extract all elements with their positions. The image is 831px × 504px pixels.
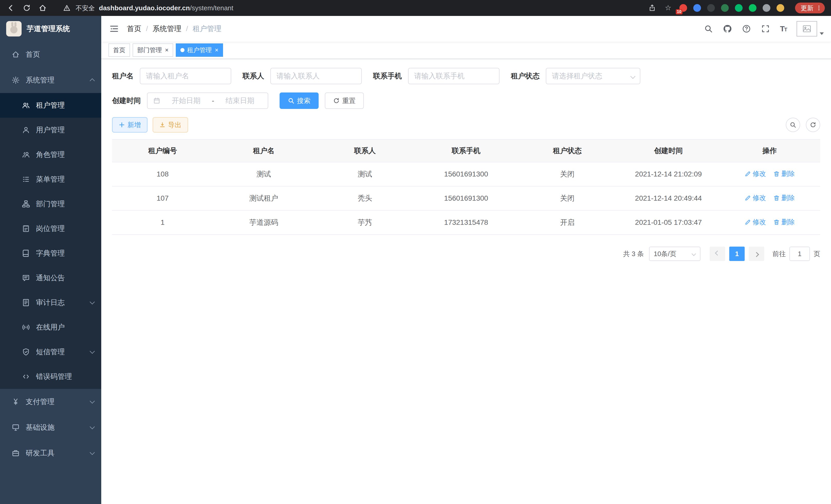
sidebar-item-notice[interactable]: 通知公告 bbox=[0, 266, 101, 290]
reset-button[interactable]: 重置 bbox=[325, 92, 364, 109]
tab-首页[interactable]: 首页 bbox=[109, 43, 130, 57]
sidebar: 芋道管理系统 首页系统管理租户管理用户管理角色管理菜单管理部门管理岗位管理字典管… bbox=[0, 16, 101, 504]
delete-action-label: 删除 bbox=[781, 169, 795, 178]
chevron-down-icon bbox=[692, 252, 696, 256]
close-icon[interactable]: × bbox=[215, 47, 219, 53]
edit-action[interactable]: 修改 bbox=[744, 217, 766, 227]
goto-page-input[interactable] bbox=[790, 246, 810, 261]
github-icon[interactable] bbox=[723, 24, 732, 33]
page-size-select[interactable]: 10条/页 bbox=[649, 246, 700, 261]
sidebar-item-label: 首页 bbox=[26, 50, 40, 59]
column-header: 创建时间 bbox=[618, 140, 719, 162]
search-button[interactable]: 搜索 bbox=[280, 92, 319, 109]
sidebar-item-audit-log[interactable]: 审计日志 bbox=[0, 290, 101, 315]
column-header: 联系手机 bbox=[416, 140, 517, 162]
extension-dark-icon[interactable] bbox=[707, 4, 715, 12]
page-number-1[interactable]: 1 bbox=[729, 246, 745, 261]
cell-phone: 17321315478 bbox=[416, 210, 517, 235]
sidebar-item-menu[interactable]: 菜单管理 bbox=[0, 167, 101, 191]
browser-home-icon[interactable] bbox=[38, 3, 47, 12]
extension-puzzle-icon[interactable] bbox=[763, 4, 770, 12]
phone-input[interactable] bbox=[414, 72, 493, 80]
active-tab-dot bbox=[180, 48, 184, 52]
reload-icon[interactable] bbox=[22, 3, 31, 12]
logo-image bbox=[6, 21, 22, 36]
sidebar-item-error-code[interactable]: 错误码管理 bbox=[0, 364, 101, 389]
add-button[interactable]: 新增 bbox=[112, 117, 147, 132]
sidebar-item-dict[interactable]: 字典管理 bbox=[0, 241, 101, 266]
status-select[interactable] bbox=[546, 68, 640, 84]
sidebar-item-sms[interactable]: 短信管理 bbox=[0, 339, 101, 364]
breadcrumb-item-1[interactable]: 首页 bbox=[127, 24, 141, 34]
date-range-picker[interactable]: 开始日期 - 结束日期 bbox=[147, 92, 268, 109]
refresh-table-button[interactable] bbox=[806, 118, 820, 132]
sidebar-item-label: 短信管理 bbox=[36, 347, 65, 357]
close-icon[interactable]: × bbox=[165, 47, 169, 53]
chevron-down-icon bbox=[90, 450, 95, 455]
update-button[interactable]: 更新 bbox=[795, 3, 825, 13]
column-header: 联系人 bbox=[314, 140, 416, 162]
sidebar-item-tenant[interactable]: 租户管理 bbox=[0, 93, 101, 118]
edit-action-label: 修改 bbox=[753, 169, 766, 178]
sidebar-item-user[interactable]: 用户管理 bbox=[0, 118, 101, 142]
share-icon[interactable] bbox=[648, 3, 657, 12]
sidebar-item-role[interactable]: 角色管理 bbox=[0, 142, 101, 167]
hamburger-icon[interactable] bbox=[101, 24, 127, 33]
extension-face-icon[interactable] bbox=[776, 4, 784, 12]
toggle-search-button[interactable] bbox=[786, 118, 800, 132]
delete-action[interactable]: 删除 bbox=[773, 194, 795, 202]
tab-label: 租户管理 bbox=[187, 46, 212, 54]
sidebar-item-post[interactable]: 岗位管理 bbox=[0, 216, 101, 241]
tab-租户管理[interactable]: 租户管理× bbox=[176, 43, 223, 57]
edit-action[interactable]: 修改 bbox=[744, 169, 766, 178]
help-icon[interactable] bbox=[742, 24, 751, 33]
cell-phone: 15601691300 bbox=[416, 162, 517, 186]
export-button[interactable]: 导出 bbox=[153, 117, 188, 132]
user-avatar-dropdown[interactable] bbox=[797, 21, 824, 36]
sidebar-item-pay[interactable]: 支付管理 bbox=[0, 389, 101, 415]
sidebar-item-online-user[interactable]: 在线用户 bbox=[0, 315, 101, 339]
sidebar-item-home[interactable]: 首页 bbox=[0, 41, 101, 67]
sidebar-item-label: 用户管理 bbox=[36, 125, 65, 135]
font-size-icon[interactable]: TT bbox=[780, 24, 787, 33]
extension-chat-icon[interactable] bbox=[749, 4, 756, 12]
extension-yuque-icon[interactable] bbox=[735, 4, 743, 12]
back-icon[interactable] bbox=[6, 3, 16, 12]
delete-action[interactable]: 删除 bbox=[773, 217, 795, 227]
sidebar-item-devtools[interactable]: 研发工具 bbox=[0, 440, 101, 466]
sidebar-item-label: 角色管理 bbox=[36, 150, 65, 159]
sidebar-menu: 首页系统管理租户管理用户管理角色管理菜单管理部门管理岗位管理字典管理通知公告审计… bbox=[0, 41, 101, 504]
sidebar-item-dept[interactable]: 部门管理 bbox=[0, 191, 101, 216]
extension-blue-icon[interactable] bbox=[693, 4, 701, 12]
message-icon bbox=[22, 274, 30, 282]
fullscreen-icon[interactable] bbox=[761, 24, 770, 33]
extension-badge: 10 bbox=[676, 9, 683, 14]
extension-colorful-icon[interactable]: 10 bbox=[679, 4, 687, 12]
edit-action[interactable]: 修改 bbox=[744, 194, 766, 202]
tenant-name-input[interactable] bbox=[146, 72, 225, 80]
cell-name: 芋道源码 bbox=[213, 210, 315, 235]
column-header: 租户编号 bbox=[112, 140, 213, 162]
contact-input[interactable] bbox=[277, 72, 355, 80]
column-header: 租户状态 bbox=[517, 140, 618, 162]
reset-button-label: 重置 bbox=[342, 96, 355, 105]
tab-部门管理[interactable]: 部门管理× bbox=[133, 43, 173, 57]
cell-created: 2021-12-14 21:02:09 bbox=[618, 162, 719, 186]
cell-status: 开启 bbox=[517, 210, 618, 235]
extension-green-icon[interactable] bbox=[721, 4, 729, 12]
delete-action[interactable]: 删除 bbox=[773, 169, 795, 178]
breadcrumb-item-2[interactable]: 系统管理 bbox=[153, 24, 181, 34]
search-icon[interactable] bbox=[704, 24, 713, 33]
sidebar-item-infra[interactable]: 基础设施 bbox=[0, 415, 101, 440]
prev-page-button[interactable] bbox=[710, 246, 725, 261]
column-header: 租户名 bbox=[213, 140, 315, 162]
next-page-button[interactable] bbox=[749, 246, 764, 261]
field-status: 租户状态 bbox=[511, 68, 640, 84]
calendar-icon bbox=[153, 97, 160, 104]
address-bar[interactable]: 不安全 dashboard.yudao.iocoder.cn/system/te… bbox=[62, 3, 233, 12]
sidebar-item-system[interactable]: 系统管理 bbox=[0, 67, 101, 93]
date-end-placeholder: 结束日期 bbox=[218, 96, 262, 106]
bookmark-star-icon[interactable]: ☆ bbox=[663, 3, 673, 12]
sidebar-logo[interactable]: 芋道管理系统 bbox=[0, 16, 101, 41]
breadcrumb-separator: / bbox=[146, 25, 148, 33]
